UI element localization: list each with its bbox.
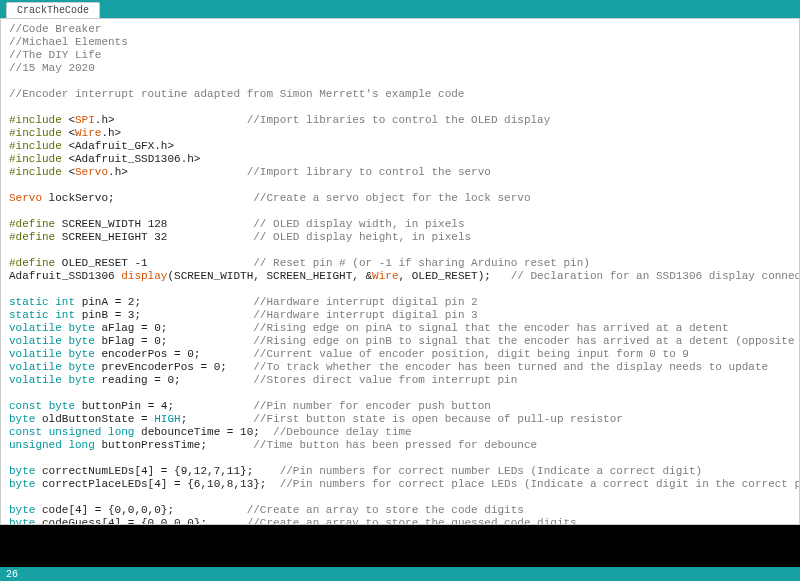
code-line[interactable]: Adafruit_SSD1306 display(SCREEN_WIDTH, S… — [9, 270, 791, 283]
code-line[interactable]: const unsigned long debounceTime = 10; /… — [9, 426, 791, 439]
code-line[interactable]: //Code Breaker — [9, 23, 791, 36]
code-line[interactable]: byte correctPlaceLEDs[4] = {6,10,8,13}; … — [9, 478, 791, 491]
tab-bar: CrackTheCode — [0, 0, 800, 18]
code-line[interactable]: //The DIY Life — [9, 49, 791, 62]
code-line[interactable]: #define SCREEN_WIDTH 128 // OLED display… — [9, 218, 791, 231]
code-line[interactable]: #include <SPI.h> //Import libraries to c… — [9, 114, 791, 127]
code-line[interactable] — [9, 205, 791, 218]
code-line[interactable]: unsigned long buttonPressTime; //Time bu… — [9, 439, 791, 452]
code-line[interactable]: byte code[4] = {0,0,0,0}; //Create an ar… — [9, 504, 791, 517]
code-line[interactable]: volatile byte encoderPos = 0; //Current … — [9, 348, 791, 361]
code-line[interactable]: const byte buttonPin = 4; //Pin number f… — [9, 400, 791, 413]
code-line[interactable] — [9, 75, 791, 88]
code-line[interactable] — [9, 491, 791, 504]
code-line[interactable]: #define SCREEN_HEIGHT 32 // OLED display… — [9, 231, 791, 244]
code-line[interactable]: #include <Adafruit_GFX.h> — [9, 140, 791, 153]
code-line[interactable]: //Michael Elements — [9, 36, 791, 49]
code-line[interactable]: byte oldButtonState = HIGH; //First butt… — [9, 413, 791, 426]
code-line[interactable]: Servo lockServo; //Create a servo object… — [9, 192, 791, 205]
code-editor[interactable]: //Code Breaker//Michael Elements//The DI… — [1, 19, 799, 524]
status-bar: 26 — [0, 567, 800, 581]
code-line[interactable]: volatile byte bFlag = 0; //Rising edge o… — [9, 335, 791, 348]
code-line[interactable] — [9, 101, 791, 114]
code-line[interactable]: #include <Wire.h> — [9, 127, 791, 140]
code-line[interactable]: //Encoder interrupt routine adapted from… — [9, 88, 791, 101]
code-line[interactable]: #define OLED_RESET -1 // Reset pin # (or… — [9, 257, 791, 270]
code-line[interactable]: //15 May 2020 — [9, 62, 791, 75]
code-line[interactable] — [9, 283, 791, 296]
code-line[interactable]: #include <Servo.h> //Import library to c… — [9, 166, 791, 179]
code-line[interactable] — [9, 387, 791, 400]
code-line[interactable]: volatile byte aFlag = 0; //Rising edge o… — [9, 322, 791, 335]
tab-crackthecode[interactable]: CrackTheCode — [6, 2, 100, 18]
status-line-number: 26 — [6, 569, 18, 580]
code-line[interactable]: byte correctNumLEDs[4] = {9,12,7,11}; //… — [9, 465, 791, 478]
code-line[interactable]: static int pinA = 2; //Hardware interrup… — [9, 296, 791, 309]
code-line[interactable]: volatile byte reading = 0; //Stores dire… — [9, 374, 791, 387]
code-line[interactable] — [9, 179, 791, 192]
code-line[interactable]: byte codeGuess[4] = {0,0,0,0}; //Create … — [9, 517, 791, 524]
editor-container: //Code Breaker//Michael Elements//The DI… — [0, 18, 800, 525]
console-panel[interactable] — [0, 525, 800, 567]
code-line[interactable]: static int pinB = 3; //Hardware interrup… — [9, 309, 791, 322]
code-line[interactable]: #include <Adafruit_SSD1306.h> — [9, 153, 791, 166]
code-line[interactable]: volatile byte prevEncoderPos = 0; //To t… — [9, 361, 791, 374]
code-line[interactable] — [9, 244, 791, 257]
code-line[interactable] — [9, 452, 791, 465]
